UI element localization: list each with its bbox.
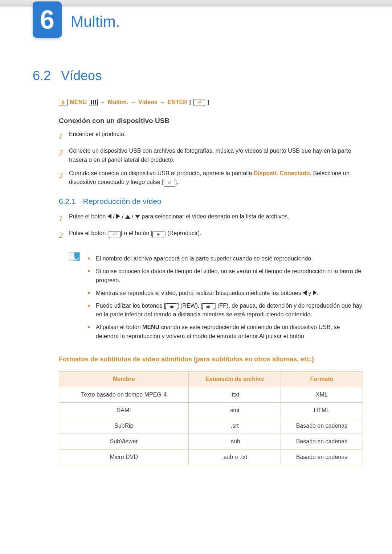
section-body: ✋ MENU → Multim. → Vídeos → ENTER[] Cone… — [59, 99, 363, 465]
table-cell: XML — [281, 387, 363, 402]
menu-bars-icon — [89, 99, 98, 106]
table-row: Texto basado en tiempo MPEG-4 .ttxt XML — [59, 387, 363, 402]
table-header-row: Nombre Extensión de archivo Formato — [59, 371, 363, 387]
list-item: El nombre del archivo aparecerá en la pa… — [88, 254, 363, 263]
list-item: 2 Pulse el botón [] o el botón [] (Repro… — [59, 229, 363, 241]
table-header: Extensión de archivo — [189, 371, 281, 387]
arrow-left-icon — [107, 214, 111, 219]
table-cell: .sub — [189, 434, 281, 449]
step-text: Pulse el botón / / / para seleccionar el… — [69, 212, 363, 225]
table-cell: Basado en cadenas — [281, 449, 363, 465]
section-number: 6.2 — [33, 68, 51, 83]
enter-label: ENTER — [168, 99, 187, 106]
arrow-icon: → — [160, 99, 166, 106]
note-icon — [69, 252, 80, 261]
step-text: Pulse el botón [] o el botón [] (Reprodu… — [69, 229, 363, 241]
usb-heading: Conexión con un dispositivo USB — [59, 117, 363, 125]
menu-path: ✋ MENU → Multim. → Vídeos → ENTER[] — [59, 99, 363, 106]
arrow-up-icon — [125, 215, 130, 219]
subtitles-table: Nombre Extensión de archivo Formato Text… — [59, 371, 363, 465]
menu-label: MENU — [70, 99, 87, 106]
section-title: Vídeos — [61, 68, 102, 83]
content-area: 6.2 Vídeos ✋ MENU → Multim. → Vídeos → E… — [33, 68, 363, 465]
table-row: Micro DVD .sub o .txt Basado en cadenas — [59, 449, 363, 465]
table-cell: Basado en cadenas — [281, 434, 363, 449]
note-block: El nombre del archivo aparecerá en la pa… — [69, 251, 363, 344]
page: 6 Multim. 6.2 Vídeos ✋ MENU → Multim. → … — [0, 0, 392, 554]
step-number: 3 — [59, 169, 69, 187]
table-cell: SAMI — [59, 402, 189, 418]
table-cell: HTML — [281, 402, 363, 418]
table-row: SAMI smi HTML — [59, 402, 363, 418]
chapter-title: Multim. — [71, 13, 120, 30]
table-header: Formato — [281, 371, 363, 387]
table-cell: Micro DVD — [59, 449, 189, 465]
table-cell: SubRip — [59, 418, 189, 434]
arrow-icon: → — [130, 99, 136, 106]
breadcrumb-item: Multim. — [108, 99, 128, 106]
arrow-icon: → — [100, 99, 106, 106]
step-text: Conecte un dispositivo USB con archivos … — [69, 147, 363, 165]
table-row: SubRip .srt Basado en cadenas — [59, 418, 363, 434]
subsection-heading: 6.2.1 Reproducción de vídeo — [59, 197, 363, 206]
rewind-key-icon — [166, 303, 177, 310]
list-item: 1 Pulse el botón / / / para seleccionar … — [59, 212, 363, 225]
step-number: 2 — [59, 147, 69, 165]
menu-bold: MENU — [142, 324, 159, 330]
list-item: Mientras se reproduce el vídeo, podrá re… — [88, 289, 363, 298]
remote-hand-icon: ✋ — [59, 99, 68, 106]
arrow-right-icon — [313, 290, 317, 295]
list-item: 1 Encender el producto. — [59, 130, 363, 142]
table-row: SubViewer .sub Basado en cadenas — [59, 434, 363, 449]
table-cell: .srt — [189, 418, 281, 434]
highlight-text: Disposit. Conectado — [254, 170, 310, 176]
breadcrumb-item: Vídeos — [138, 99, 157, 106]
table-cell: SubViewer — [59, 434, 189, 449]
table-cell: smi — [189, 402, 281, 418]
play-key-icon — [152, 231, 164, 238]
step-number: 1 — [59, 130, 69, 142]
chapter-header: 6 Multim. — [0, 7, 392, 39]
note-bullets: El nombre del archivo aparecerá en la pa… — [88, 251, 363, 344]
chapter-number-badge: 6 — [33, 1, 62, 38]
enter-key-icon — [193, 99, 205, 106]
arrow-left-icon — [303, 290, 307, 295]
usb-steps: 1 Encender el producto. 2 Conecte un dis… — [59, 130, 363, 187]
subsection-number: 6.2.1 — [59, 197, 76, 205]
step-text: Encender el producto. — [69, 130, 363, 142]
list-item: Si no se conocen los datos de tiempo del… — [88, 267, 363, 285]
table-cell: .sub o .txt — [189, 449, 281, 465]
section-heading: 6.2 Vídeos — [33, 68, 363, 83]
list-item: Puede utilizar los botones [] (REW), [] … — [88, 301, 363, 320]
table-header: Nombre — [59, 371, 189, 387]
enter-key-icon — [164, 180, 175, 187]
play-steps: 1 Pulse el botón / / / para seleccionar … — [59, 212, 363, 241]
step-number: 2 — [59, 229, 69, 241]
subsection-title: Reproducción de vídeo — [83, 197, 162, 205]
subtitles-heading: Formatos de subtítulos de vídeo admitido… — [59, 356, 363, 363]
fast-forward-key-icon — [203, 303, 214, 310]
list-item: Al pulsar el botón MENU cuando se esté r… — [88, 323, 363, 341]
step-text: Cuando se conecta un dispositivo USB al … — [69, 169, 363, 187]
table-cell: Texto basado en tiempo MPEG-4 — [59, 387, 189, 402]
table-cell: .ttxt — [189, 387, 281, 402]
enter-key-icon — [109, 231, 121, 238]
list-item: 2 Conecte un dispositivo USB con archivo… — [59, 147, 363, 165]
step-number: 1 — [59, 212, 69, 225]
table-cell: Basado en cadenas — [281, 418, 363, 434]
arrow-right-icon — [116, 214, 120, 219]
list-item: 3 Cuando se conecta un dispositivo USB a… — [59, 169, 363, 187]
arrow-down-icon — [135, 215, 140, 219]
